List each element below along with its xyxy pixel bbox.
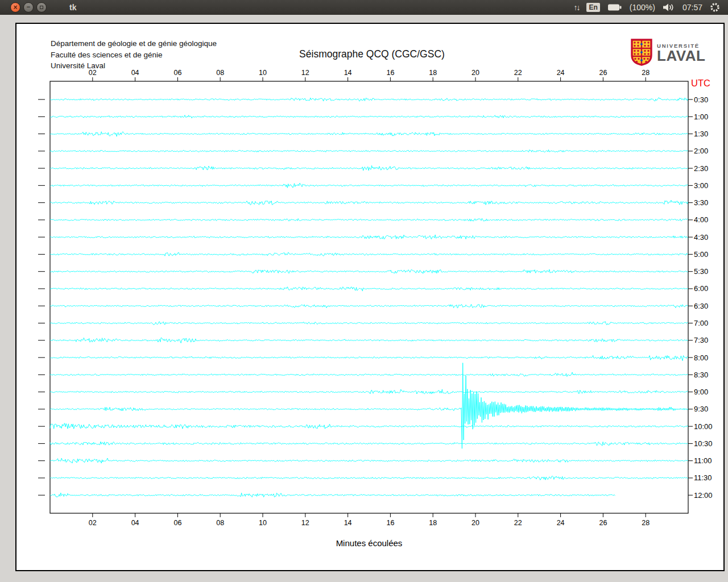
- row-utc-label: 7:00: [694, 319, 708, 327]
- seismogram-trace-1:30: [50, 132, 688, 136]
- row-utc-label: 5:00: [694, 250, 708, 259]
- maximize-icon: [40, 6, 43, 9]
- minimize-icon: −: [27, 4, 30, 10]
- seismogram-trace-5:30: [50, 269, 688, 273]
- x-tick-label-bottom: 02: [89, 519, 97, 527]
- seismogram-trace-9:00: [50, 389, 688, 394]
- x-tick-label-top: 08: [216, 69, 224, 77]
- row-utc-label: 5:30: [694, 267, 708, 276]
- x-tick-label-top: 22: [514, 69, 522, 77]
- x-tick-label-top: 02: [89, 69, 97, 77]
- x-tick-label-bottom: 04: [131, 519, 139, 527]
- row-utc-label: 11:00: [694, 456, 712, 465]
- x-tick-label-top: 18: [429, 69, 437, 77]
- desktop: × − tk ↑↓ En (100%) 07:57: [0, 0, 728, 582]
- seismogram-trace-4:00: [50, 218, 688, 221]
- seismogram-trace-8:00: [50, 355, 688, 360]
- row-utc-label: 3:00: [694, 181, 708, 190]
- x-tick-label-bottom: 08: [216, 519, 224, 527]
- seismogram-trace-6:30: [50, 304, 688, 308]
- battery-icon[interactable]: [607, 3, 622, 11]
- network-arrows-icon[interactable]: ↑↓: [573, 3, 579, 12]
- row-utc-label: 4:30: [694, 233, 708, 242]
- clock-label: 07:57: [682, 3, 702, 12]
- x-tick-label-top: 28: [642, 69, 650, 77]
- row-utc-label: 1:00: [694, 113, 708, 121]
- seismogram-trace-10:00: [50, 423, 688, 429]
- top-panel: × − tk ↑↓ En (100%) 07:57: [0, 0, 728, 15]
- seismogram-trace-7:30: [50, 338, 688, 343]
- x-tick-label-bottom: 26: [599, 519, 607, 527]
- x-tick-label-bottom: 12: [301, 519, 309, 527]
- row-utc-label: 2:30: [694, 164, 708, 173]
- row-utc-label: 6:30: [694, 302, 708, 310]
- seismogram-trace-6:00: [50, 287, 688, 291]
- x-tick-label-top: 10: [259, 69, 267, 77]
- row-utc-label: 3:30: [694, 198, 708, 207]
- system-tray: ↑↓ En (100%) 07:57: [573, 2, 720, 13]
- minimize-button[interactable]: −: [23, 2, 34, 13]
- window-title: tk: [69, 3, 76, 12]
- seismogram-trace-2:00: [50, 150, 688, 152]
- seismograph-plot: 0202040406060808101012121414161618182020…: [16, 24, 723, 570]
- window-buttons: × −: [10, 2, 47, 13]
- row-utc-label: 10:00: [694, 422, 713, 431]
- seismogram-trace-10:30: [50, 442, 688, 446]
- row-utc-label: 10:30: [694, 439, 713, 448]
- row-utc-label: 12:00: [694, 491, 713, 500]
- plot-frame: [50, 81, 688, 513]
- seismogram-trace-1:00: [50, 115, 688, 118]
- x-tick-label-bottom: 22: [514, 519, 522, 527]
- x-tick-label-bottom: 18: [429, 519, 437, 527]
- seismogram-trace-2:30: [50, 165, 688, 171]
- battery-percent-label: (100%): [630, 3, 655, 12]
- x-tick-label-bottom: 06: [173, 519, 181, 527]
- x-tick-label-bottom: 20: [471, 519, 479, 527]
- row-utc-label: 6:00: [694, 284, 708, 293]
- volume-icon[interactable]: [663, 3, 675, 12]
- seismogram-trace-5:00: [50, 252, 688, 256]
- x-tick-label-bottom: 24: [557, 519, 565, 527]
- row-utc-label: 8:00: [694, 354, 708, 362]
- row-utc-label: 2:00: [694, 147, 708, 155]
- x-axis-title: Minutes écoulées: [336, 538, 403, 548]
- session-gear-icon[interactable]: [710, 2, 720, 13]
- row-utc-label: 9:30: [694, 405, 708, 413]
- row-utc-label: 8:30: [694, 371, 708, 379]
- x-tick-label-top: 16: [386, 69, 394, 77]
- seismogram-trace-4:30: [50, 235, 688, 239]
- seismogram-trace-11:00: [50, 458, 688, 463]
- x-tick-label-top: 14: [344, 69, 352, 77]
- row-utc-label: 7:30: [694, 336, 708, 344]
- row-utc-label: 9:00: [694, 388, 708, 396]
- seismogram-trace-9:30: [50, 363, 688, 449]
- row-utc-label: 11:30: [694, 473, 712, 482]
- seismogram-trace-11:30: [50, 476, 688, 480]
- close-button[interactable]: ×: [10, 2, 20, 13]
- x-tick-label-top: 26: [599, 69, 607, 77]
- keyboard-layout-indicator[interactable]: En: [586, 3, 599, 12]
- x-tick-label-bottom: 16: [386, 519, 394, 527]
- x-tick-label-top: 06: [173, 69, 181, 77]
- x-tick-label-top: 12: [301, 69, 309, 77]
- seismogram-trace-12:00: [50, 493, 615, 497]
- x-tick-label-bottom: 14: [344, 519, 352, 527]
- seismogram-trace-7:00: [50, 322, 688, 325]
- maximize-button[interactable]: [36, 2, 47, 13]
- x-tick-label-top: 24: [557, 69, 565, 77]
- seismogram-trace-3:30: [50, 200, 688, 205]
- app-window: Département de géologie et de génie géol…: [15, 23, 725, 571]
- x-tick-label-top: 04: [131, 69, 139, 77]
- seismogram-trace-3:00: [50, 183, 688, 188]
- close-icon: ×: [13, 4, 17, 11]
- x-tick-label-bottom: 28: [642, 519, 650, 527]
- row-utc-label: 4:00: [694, 215, 708, 224]
- x-tick-label-bottom: 10: [259, 519, 267, 527]
- seismogram-trace-8:30: [50, 372, 688, 376]
- row-utc-label: 0:30: [694, 95, 708, 104]
- seismogram-trace-0:30: [50, 98, 688, 102]
- x-tick-label-top: 20: [471, 69, 479, 77]
- utc-axis-title: UTC: [691, 78, 710, 88]
- row-utc-label: 1:30: [694, 130, 708, 138]
